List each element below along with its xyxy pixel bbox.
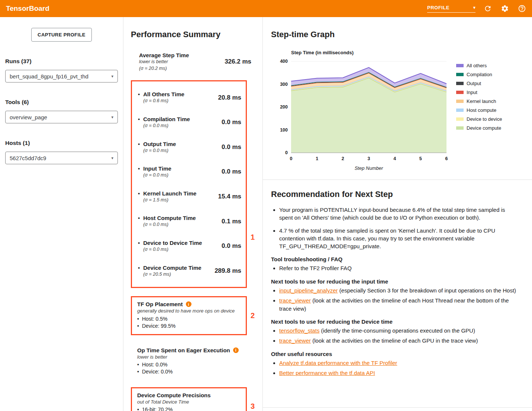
performance-summary-panel: Performance Summary Average Step Time lo… bbox=[123, 17, 263, 411]
legend-swatch bbox=[456, 109, 464, 112]
metric-value: 289.8 ms bbox=[215, 267, 241, 275]
svg-text:6: 6 bbox=[445, 156, 448, 161]
legend-label: Host compute bbox=[467, 107, 496, 113]
right-panel: Step-time Graph Step Time (in millisecon… bbox=[263, 17, 532, 411]
info-icon[interactable]: i bbox=[233, 347, 239, 353]
tools-select[interactable]: overview_page ▾ bbox=[5, 111, 118, 123]
metric-row: • Compilation Time (σ = 0.0 ms) 0.0 ms bbox=[132, 110, 246, 135]
chevron-down-icon: ▾ bbox=[111, 156, 113, 161]
bullet: • bbox=[138, 165, 140, 172]
other-resources-list: Analyze tf.data performance with the TF … bbox=[271, 359, 519, 377]
device-tools-header: Next tools to use for reducing the Devic… bbox=[271, 318, 519, 325]
input-tools-list: input_pipeline_analyzer (especially Sect… bbox=[271, 287, 519, 313]
input-tools-header: Next tools to use for reducing the input… bbox=[271, 278, 519, 285]
list-item-text: (especially Section 3 for the breakdown … bbox=[338, 287, 516, 294]
main-content: CAPTURE PROFILE Runs (37) bert_squad_8gp… bbox=[0, 17, 532, 411]
bullet: • bbox=[138, 91, 140, 98]
metric-label: Kernel Launch Time bbox=[143, 190, 196, 197]
tensorboard-profile-page: TensorBoard PROFILE ▾ CAPTURE PROFILE Ru… bbox=[0, 0, 532, 411]
legend-label: Output bbox=[467, 81, 481, 86]
block-title: TF Op Placement bbox=[137, 301, 183, 307]
recommendation-title: Recommendation for Next Step bbox=[271, 190, 519, 199]
recommendation-card: Recommendation for Next Step Your progra… bbox=[263, 180, 532, 408]
capture-profile-button[interactable]: CAPTURE PROFILE bbox=[31, 28, 92, 42]
metric-value: 20.8 ms bbox=[218, 94, 241, 101]
legend-label: Device to device bbox=[467, 116, 502, 122]
block-items: Host: 0.5% Device: 99.5% bbox=[137, 315, 241, 330]
trace-viewer-link[interactable]: trace_viewer bbox=[279, 337, 311, 344]
performance-summary-title: Performance Summary bbox=[131, 30, 262, 39]
bullet: • bbox=[138, 215, 140, 221]
metrics-annotated-region: • All Others Time (σ = 0.6 ms) 20.8 ms •… bbox=[131, 80, 262, 288]
metric-value: 326.2 ms bbox=[225, 58, 251, 65]
metric-label: Output Time bbox=[143, 141, 176, 147]
legend-swatch bbox=[456, 64, 464, 67]
list-item-text: (look at the activities on the timeline … bbox=[279, 297, 509, 312]
metric-row: • Host Compute Time (σ = 0.0 ms) 0.1 ms bbox=[132, 209, 246, 234]
settings-gear-icon[interactable] bbox=[500, 4, 510, 13]
metric-label: Device Compute Time bbox=[143, 265, 201, 271]
metric-label: All Others Time bbox=[143, 91, 184, 97]
bullet: • bbox=[138, 116, 140, 123]
annotation-box-2: TF Op Placement i generally desired to h… bbox=[131, 296, 247, 335]
metric-value: 0.0 ms bbox=[222, 168, 241, 175]
legend-swatch bbox=[456, 82, 464, 85]
dashboard-selector[interactable]: PROFILE ▾ bbox=[427, 5, 475, 13]
trace-viewer-link[interactable]: trace_viewer bbox=[279, 297, 311, 304]
input-pipeline-analyzer-link[interactable]: input_pipeline_analyzer bbox=[279, 287, 338, 294]
metric-value: 15.4 ms bbox=[218, 193, 241, 200]
tools-select-value: overview_page bbox=[10, 114, 47, 120]
runs-select[interactable]: bert_squad_8gpu_fp16_pvt_thd ▾ bbox=[5, 70, 118, 82]
chart-block: Step Time (in milliseconds) 010020030040… bbox=[274, 50, 532, 172]
legend-swatch bbox=[456, 73, 464, 76]
reload-icon[interactable] bbox=[483, 4, 493, 13]
metric-sigma: (σ = 0.0 ms) bbox=[143, 247, 202, 253]
hosts-label: Hosts (1) bbox=[5, 140, 118, 146]
metric-sigma: (σ = 1.5 ms) bbox=[143, 197, 196, 203]
metric-row: • Kernel Launch Time (σ = 1.5 ms) 15.4 m… bbox=[132, 184, 246, 209]
step-time-chart: 01002003004000123456Step Number bbox=[274, 58, 452, 172]
metric-value: 0.0 ms bbox=[222, 242, 241, 250]
tf-op-placement-region: TF Op Placement i generally desired to h… bbox=[131, 296, 262, 335]
metric-sigma: (σ = 0.6 ms) bbox=[143, 98, 184, 104]
sidebar: CAPTURE PROFILE Runs (37) bert_squad_8gp… bbox=[0, 17, 123, 411]
legend-item-all-others: All others bbox=[456, 63, 502, 68]
hosts-select-value: 5627c5dd7dc9 bbox=[10, 155, 46, 161]
hosts-group: Hosts (1) 5627c5dd7dc9 ▾ bbox=[5, 140, 118, 164]
metric-label: Device to Device Time bbox=[143, 240, 202, 246]
recommendation-bullet: 4.7 % of the total step time sampled is … bbox=[279, 227, 519, 250]
list-item: input_pipeline_analyzer (especially Sect… bbox=[279, 287, 519, 295]
tensorflow-stats-link[interactable]: tensorflow_stats bbox=[279, 327, 319, 334]
legend-item-host-compute: Host compute bbox=[456, 107, 502, 113]
metric-row: • All Others Time (σ = 0.6 ms) 20.8 ms bbox=[132, 85, 246, 110]
block-items: Host: 0.0% Device: 0.0% bbox=[137, 361, 241, 375]
eager-execution-block: Op Time Spent on Eager Execution i lower… bbox=[131, 343, 247, 380]
metric-sigma: (σ = 0.0 ms) bbox=[143, 222, 196, 228]
legend-item-compilation: Compilation bbox=[456, 72, 502, 77]
list-item: trace_viewer (look at the activities on … bbox=[279, 297, 519, 313]
block-note: generally desired to have more ops on de… bbox=[137, 308, 241, 314]
tfdata-performance-link[interactable]: Analyze tf.data performance with the TF … bbox=[279, 360, 397, 366]
faq-header: Tool troubleshooting / FAQ bbox=[271, 256, 519, 262]
device-tools-list: tensorflow_stats (identify the time-cons… bbox=[271, 327, 519, 345]
svg-text:300: 300 bbox=[280, 82, 288, 87]
runs-label: Runs (37) bbox=[5, 58, 118, 65]
legend-swatch bbox=[456, 91, 464, 94]
metric-label: Host Compute Time bbox=[143, 215, 196, 221]
other-resources-header: Other useful resources bbox=[271, 351, 519, 357]
legend-swatch bbox=[456, 126, 464, 130]
recommendation-bullet: Your program is POTENTIALLY input-bound … bbox=[279, 206, 519, 222]
annotation-number-1: 1 bbox=[251, 233, 255, 242]
hosts-select[interactable]: 5627c5dd7dc9 ▾ bbox=[5, 152, 118, 164]
topbar-actions: PROFILE ▾ bbox=[427, 4, 527, 13]
average-step-time-row: Average Step Time lower is better (σ = 2… bbox=[139, 52, 255, 71]
chevron-down-icon: ▾ bbox=[111, 74, 113, 79]
metric-row: • Device Compute Time (σ = 20.5 ms) 289.… bbox=[132, 259, 246, 284]
svg-text:5: 5 bbox=[419, 156, 422, 161]
info-icon[interactable]: i bbox=[186, 301, 191, 307]
app-title: TensorBoard bbox=[6, 4, 49, 13]
tfdata-api-link[interactable]: Better performance with the tf.data API bbox=[279, 370, 375, 376]
metric-label: Average Step Time bbox=[139, 52, 189, 58]
svg-text:100: 100 bbox=[280, 127, 288, 133]
help-icon[interactable] bbox=[517, 4, 527, 13]
